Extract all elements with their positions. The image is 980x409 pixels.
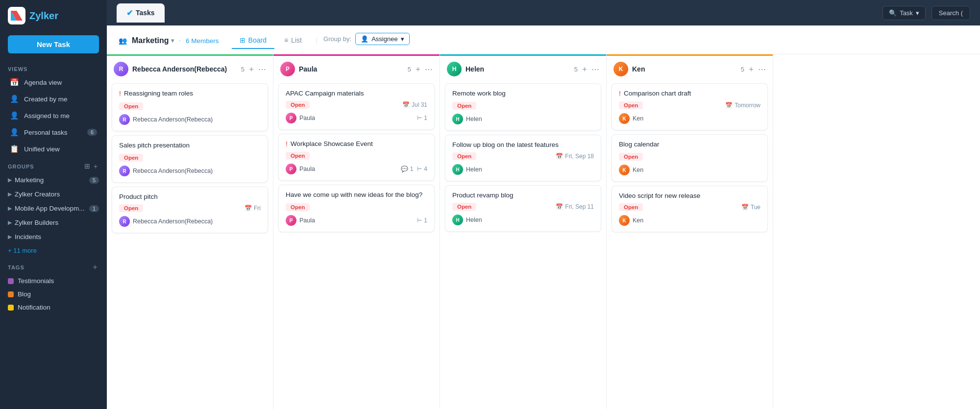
card-meta: 📅 Fri, Sep 18 [556,153,594,160]
card-title-text: Blog calendar [619,141,660,148]
task-card[interactable]: Product revamp blog Open 📅 Fri, Sep 11 H… [445,185,601,232]
card-assignee-row: R Rebecca Anderson(Rebecca) [119,216,261,227]
group-badge: 1 [89,205,99,212]
search-button[interactable]: Search ( [931,6,970,20]
tab-board[interactable]: ⊞ Board [232,32,274,49]
card-title: Follow up blog on the latest features [452,141,594,148]
status-badge: Open [619,203,643,211]
status-badge: Open [119,204,143,212]
main-area: ✔ Tasks 🔍 Task ▾ Search ( 👥 Marketing ▾ … [107,0,980,409]
card-title: Sales pitch presentation [119,142,261,149]
more-groups-link[interactable]: + 11 more [0,244,107,257]
due-date: Tomorrow [735,102,760,109]
group-by-label: Group by: [323,35,351,43]
add-tag-icon[interactable]: ＋ [91,262,99,272]
more-options-button-paula[interactable]: ⋯ [425,65,433,74]
assignee-avatar: K [619,165,630,175]
more-options-button-ken[interactable]: ⋯ [758,65,766,74]
task-card[interactable]: APAC Campaign materials Open 📅 Jul 31 P … [278,83,435,130]
card-title-text: Comparison chart draft [624,90,691,97]
personal-icon: 👤 [10,128,19,137]
sidebar-item-assigned[interactable]: 👤 Assigned to me [2,107,105,124]
priority-flag-icon: ! [119,90,121,97]
assignee-avatar: R [119,166,130,176]
card-footer: Open 📅 Fri, Sep 11 [452,203,594,211]
sidebar-item-incidents[interactable]: ▶ Incidents [0,230,107,244]
column-paula: P Paula 5 ＋ ⋯ APAC Campaign materials [273,54,440,409]
task-card[interactable]: Follow up blog on the latest features Op… [445,135,601,181]
filter-icon[interactable]: ⊞ [84,162,90,171]
card-title-text: Have we come up with new ideas for the b… [286,191,422,198]
column-count-ken: 5 [741,66,744,73]
assignee-label: Assignee [371,35,397,43]
task-card[interactable]: Have we come up with new ideas for the b… [278,185,435,232]
task-card[interactable]: Video script for new release Open 📅 Tue … [612,186,768,232]
card-title: Remote work blog [452,90,594,97]
groups-actions[interactable]: ⊞ ＋ [84,162,99,171]
assignee-name: Paula [299,115,315,121]
sidebar-item-zylker-builders[interactable]: ▶ Zylker Builders [0,216,107,230]
sidebar-item-agenda[interactable]: 📅 Agenda view [2,74,105,91]
card-meta: 📅 Fri, Sep 11 [556,203,594,210]
sidebar-item-unified[interactable]: 📋 Unified view [2,141,105,157]
tab-list[interactable]: ≡ List [276,32,310,49]
status-badge: Open [452,152,476,160]
tag-blog[interactable]: Blog [0,288,107,301]
sidebar-item-marketing[interactable]: ▶ Marketing 5 [0,173,107,187]
task-card[interactable]: ! Workplace Showcase Event Open P Paula … [278,134,435,181]
task-card[interactable]: Remote work blog Open H Helen [445,83,601,131]
tab-board-label: Board [248,36,267,44]
project-chevron-icon[interactable]: ▾ [171,37,174,44]
tag-notification[interactable]: Notification [0,301,107,314]
members-badge[interactable]: 6 Members [186,37,219,45]
card-assignee-row: K Ken [619,165,760,175]
board: R Rebecca Anderson(Rebecca) 5 ＋ ⋯ ! Reas… [107,54,980,409]
new-task-button[interactable]: New Task [8,35,99,53]
sidebar-item-personal[interactable]: 👤 Personal tasks 6 [2,124,105,141]
card-footer: Open [286,152,427,160]
add-card-button-rebecca[interactable]: ＋ [247,64,255,74]
card-assignee-row: P Paula ⊢ 1 [286,113,427,123]
subtask-icon: ⊢ [417,115,422,121]
card-title: Product revamp blog [452,192,594,199]
add-card-button-paula[interactable]: ＋ [414,64,422,74]
column-name-ken: Ken [632,65,741,73]
logo-area: Zylker [0,0,107,31]
project-name-text: Marketing [132,36,169,45]
sidebar-item-mobile-app[interactable]: ▶ Mobile App Developm... 1 [0,201,107,216]
chevron-icon: ▶ [8,177,12,183]
assignee-name: Helen [466,166,482,173]
task-card[interactable]: Blog calendar Open K Ken [612,134,768,182]
group-by-row: Group by: 👤 Assignee ▾ [323,33,410,49]
task-card[interactable]: ! Comparison chart draft Open 📅 Tomorrow… [612,83,768,130]
group-label: Zylker Creators [15,191,60,198]
calendar-icon: 📅 [402,101,410,108]
content-area: 👥 Marketing ▾ · 6 Members ⊞ Board ≡ List [107,25,980,409]
tasks-tab[interactable]: ✔ Tasks [117,3,165,23]
tags-header: TAGS ＋ [0,257,107,274]
search-small-icon: 🔍 [889,9,897,17]
card-assignee-row: H Helen [452,164,594,175]
task-card[interactable]: Product pitch Open 📅 Fri R Rebecca Ander… [112,187,268,233]
sidebar-item-created[interactable]: 👤 Created by me [2,91,105,107]
sidebar-item-zylker-creators[interactable]: ▶ Zylker Creators [0,187,107,201]
assignee-name: Paula [299,217,315,224]
card-assignee-row: R Rebecca Anderson(Rebecca) [119,166,261,176]
task-card[interactable]: ! Reassigning team roles Open R Rebecca … [112,83,268,131]
card-assignee-row: K Ken [619,215,760,226]
assignee-name: Rebecca Anderson(Rebecca) [133,218,213,225]
add-card-button-ken[interactable]: ＋ [747,64,755,74]
card-assignee-row: K Ken [619,113,760,124]
chevron-icon: ▶ [8,191,12,197]
task-card[interactable]: Sales pitch presentation Open R Rebecca … [112,135,268,183]
card-assignee-row: H Helen [452,215,594,225]
card-assignee-row: H Helen [452,114,594,124]
task-dropdown[interactable]: 🔍 Task ▾ [882,6,926,20]
tag-testimonials[interactable]: Testimonials [0,274,107,288]
calendar-icon: 📅 [741,204,749,211]
assignee-button[interactable]: 👤 Assignee ▾ [355,33,409,45]
add-card-button-helen[interactable]: ＋ [581,64,588,74]
more-options-button-rebecca[interactable]: ⋯ [258,65,266,74]
add-group-icon[interactable]: ＋ [92,162,99,171]
more-options-button-helen[interactable]: ⋯ [591,65,599,74]
